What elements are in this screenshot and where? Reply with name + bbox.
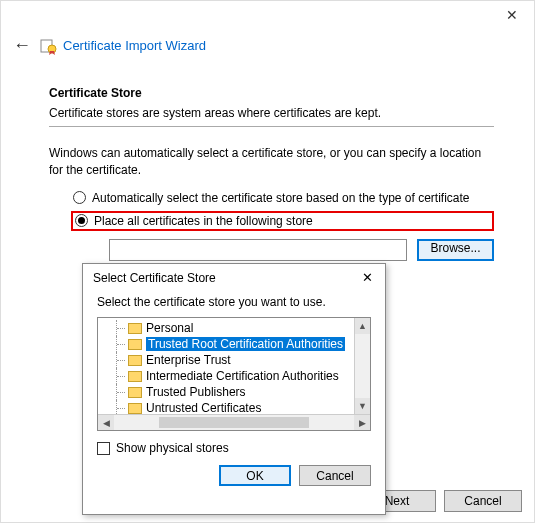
tree-inner: Personal Trusted Root Certification Auth…	[98, 318, 370, 418]
cancel-button[interactable]: Cancel	[444, 490, 522, 512]
browse-button[interactable]: Browse...	[417, 239, 494, 261]
dialog-title: Select Certificate Store	[93, 271, 216, 285]
folder-icon	[128, 387, 142, 398]
tree-item-trusted-root[interactable]: Trusted Root Certification Authorities	[102, 336, 370, 352]
store-tree[interactable]: Personal Trusted Root Certification Auth…	[97, 317, 371, 431]
radio-icon	[75, 214, 88, 227]
folder-icon	[128, 339, 142, 350]
section-subtext: Certificate stores are system areas wher…	[49, 106, 494, 120]
scroll-left-icon[interactable]: ◀	[98, 415, 114, 430]
folder-icon	[128, 403, 142, 414]
certificate-store-input[interactable]	[109, 239, 407, 261]
tree-item-intermediate[interactable]: Intermediate Certification Authorities	[102, 368, 370, 384]
radio-auto-label: Automatically select the certificate sto…	[92, 191, 470, 205]
wizard-title: Certificate Import Wizard	[63, 38, 206, 53]
radio-manual-label: Place all certificates in the following …	[94, 214, 313, 228]
tree-item-personal[interactable]: Personal	[102, 320, 370, 336]
scroll-up-icon[interactable]: ▲	[355, 318, 370, 334]
close-icon[interactable]: ✕	[498, 5, 526, 25]
store-input-row: Browse...	[109, 239, 494, 261]
scroll-thumb[interactable]	[159, 417, 309, 428]
folder-icon	[128, 355, 142, 366]
ok-button[interactable]: OK	[219, 465, 291, 486]
section-heading: Certificate Store	[49, 86, 494, 100]
vertical-scrollbar[interactable]: ▲ ▼	[354, 318, 370, 414]
back-arrow-icon[interactable]: ←	[13, 35, 31, 56]
dialog-buttons: OK Cancel	[83, 455, 385, 486]
show-physical-stores-checkbox[interactable]: Show physical stores	[97, 441, 371, 455]
folder-icon	[128, 371, 142, 382]
select-store-dialog: Select Certificate Store ✕ Select the ce…	[82, 263, 386, 515]
cancel-button[interactable]: Cancel	[299, 465, 371, 486]
titlebar: ✕	[1, 1, 534, 31]
scroll-right-icon[interactable]: ▶	[354, 415, 370, 430]
radio-icon	[73, 191, 86, 204]
checkbox-icon	[97, 442, 110, 455]
divider	[49, 126, 494, 127]
wizard-header: ← Certificate Import Wizard	[1, 31, 534, 56]
dialog-instruction: Select the certificate store you want to…	[83, 289, 385, 317]
close-icon[interactable]: ✕	[356, 270, 379, 285]
horizontal-scrollbar[interactable]: ◀ ▶	[98, 414, 370, 430]
radio-manual-select[interactable]: Place all certificates in the following …	[71, 211, 494, 231]
certificate-icon	[39, 37, 57, 55]
tree-item-trusted-publishers[interactable]: Trusted Publishers	[102, 384, 370, 400]
radio-auto-select[interactable]: Automatically select the certificate sto…	[73, 191, 494, 205]
dialog-titlebar: Select Certificate Store ✕	[83, 264, 385, 289]
checkbox-label: Show physical stores	[116, 441, 229, 455]
scroll-down-icon[interactable]: ▼	[355, 398, 370, 414]
wizard-content: Certificate Store Certificate stores are…	[1, 56, 534, 261]
body-text: Windows can automatically select a certi…	[49, 145, 494, 179]
folder-icon	[128, 323, 142, 334]
tree-item-enterprise-trust[interactable]: Enterprise Trust	[102, 352, 370, 368]
